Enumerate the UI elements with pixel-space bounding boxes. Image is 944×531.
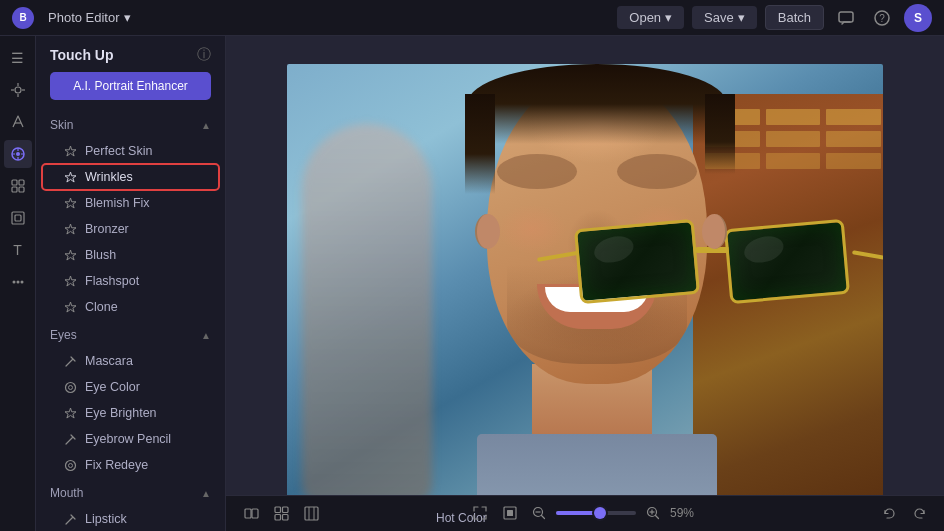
batch-button[interactable]: Batch bbox=[765, 5, 824, 30]
face-area bbox=[427, 64, 777, 504]
rail-adjust-button[interactable] bbox=[4, 76, 32, 104]
info-icon[interactable]: ⓘ bbox=[197, 46, 211, 64]
eyes-section-title: Eyes bbox=[50, 328, 77, 342]
rail-layers-button[interactable] bbox=[4, 172, 32, 200]
compare-view-button[interactable] bbox=[238, 501, 264, 527]
fill-button[interactable] bbox=[498, 501, 522, 525]
svg-point-20 bbox=[66, 382, 76, 392]
app-title-text: Photo Editor bbox=[48, 10, 120, 25]
lipstick-icon bbox=[64, 513, 77, 526]
save-chevron: ▾ bbox=[738, 10, 745, 25]
mascara-item[interactable]: Mascara bbox=[42, 348, 219, 374]
rail-effects-button[interactable] bbox=[4, 108, 32, 136]
mouth-chevron: ▲ bbox=[201, 488, 211, 499]
mascara-icon bbox=[64, 355, 77, 368]
app-title-chevron: ▾ bbox=[124, 10, 131, 25]
svg-rect-11 bbox=[12, 180, 17, 185]
flashspot-item[interactable]: Flashspot bbox=[42, 268, 219, 294]
blush-item[interactable]: Blush bbox=[42, 242, 219, 268]
avatar-button[interactable]: S bbox=[904, 4, 932, 32]
save-button[interactable]: Save ▾ bbox=[692, 6, 757, 29]
svg-point-21 bbox=[69, 385, 73, 389]
clone-item[interactable]: Clone bbox=[42, 294, 219, 320]
svg-rect-27 bbox=[282, 507, 288, 513]
svg-point-17 bbox=[16, 281, 19, 284]
svg-rect-29 bbox=[282, 515, 288, 521]
skin-section-title: Skin bbox=[50, 118, 73, 132]
layout-button[interactable] bbox=[298, 501, 324, 527]
svg-point-19 bbox=[20, 281, 23, 284]
grid-view-button[interactable] bbox=[268, 501, 294, 527]
eye-brighten-item[interactable]: Eye Brighten bbox=[42, 400, 219, 426]
mouth-section-header[interactable]: Mouth ▲ bbox=[36, 478, 225, 506]
skin-chevron: ▲ bbox=[201, 120, 211, 131]
bronzer-item[interactable]: Bronzer bbox=[42, 216, 219, 242]
svg-rect-24 bbox=[245, 509, 251, 518]
zoom-slider[interactable] bbox=[556, 511, 636, 515]
svg-point-23 bbox=[69, 463, 73, 467]
icon-rail: ☰ bbox=[0, 36, 36, 531]
photo-container bbox=[287, 64, 883, 504]
svg-rect-30 bbox=[305, 507, 318, 520]
zoom-in-button[interactable] bbox=[642, 502, 664, 524]
ai-portrait-button[interactable]: A.I. Portrait Enhancer bbox=[50, 72, 211, 100]
svg-point-22 bbox=[66, 460, 76, 470]
open-button[interactable]: Open ▾ bbox=[617, 6, 684, 29]
app-title-button[interactable]: Photo Editor ▾ bbox=[42, 8, 137, 27]
redo-button[interactable] bbox=[906, 501, 932, 527]
lipstick-item[interactable]: Lipstick bbox=[42, 506, 219, 531]
rail-menu-button[interactable]: ☰ bbox=[4, 44, 32, 72]
help-button[interactable]: ? bbox=[868, 4, 896, 32]
svg-line-41 bbox=[656, 516, 659, 519]
rail-frames-button[interactable] bbox=[4, 204, 32, 232]
perfect-skin-icon bbox=[64, 145, 77, 158]
panel-header: Touch Up ⓘ bbox=[36, 36, 225, 72]
rail-retouch-button[interactable] bbox=[4, 140, 32, 168]
wrinkles-item[interactable]: Wrinkles bbox=[42, 164, 219, 190]
top-bar: B Photo Editor ▾ Open ▾ Save ▾ Batch ? S bbox=[0, 0, 944, 36]
fix-redeye-icon bbox=[64, 459, 77, 472]
fix-redeye-item[interactable]: Fix Redeye bbox=[42, 452, 219, 478]
eyebrow-pencil-icon bbox=[64, 433, 77, 446]
perfect-skin-item[interactable]: Perfect Skin bbox=[42, 138, 219, 164]
eyes-chevron: ▲ bbox=[201, 330, 211, 341]
skin-section-header[interactable]: Skin ▲ bbox=[36, 110, 225, 138]
message-icon bbox=[838, 10, 854, 26]
rail-more-button[interactable] bbox=[4, 268, 32, 296]
svg-point-18 bbox=[12, 281, 15, 284]
blemish-fix-icon bbox=[64, 197, 77, 210]
rail-text-button[interactable]: T bbox=[4, 236, 32, 264]
undo-button[interactable] bbox=[876, 501, 902, 527]
center-controls: 59% bbox=[468, 495, 702, 531]
svg-rect-34 bbox=[507, 510, 513, 516]
bottom-bar: Hot Color bbox=[226, 495, 944, 531]
svg-point-10 bbox=[16, 152, 20, 156]
zoom-percent: 59% bbox=[670, 506, 702, 520]
svg-rect-13 bbox=[12, 187, 17, 192]
clone-icon bbox=[64, 301, 77, 314]
fit-button[interactable] bbox=[468, 501, 492, 525]
blemish-fix-item[interactable]: Blemish Fix bbox=[42, 190, 219, 216]
bronzer-icon bbox=[64, 223, 77, 236]
svg-rect-15 bbox=[12, 212, 24, 224]
open-chevron: ▾ bbox=[665, 10, 672, 25]
canvas-area: Hot Color bbox=[226, 36, 944, 531]
wrinkles-icon bbox=[64, 171, 77, 184]
eyebrow-pencil-item[interactable]: Eyebrow Pencil bbox=[42, 426, 219, 452]
svg-rect-26 bbox=[275, 507, 281, 513]
mouth-section-title: Mouth bbox=[50, 486, 83, 500]
svg-rect-0 bbox=[839, 12, 853, 22]
svg-point-3 bbox=[15, 87, 21, 93]
flashspot-icon bbox=[64, 275, 77, 288]
zoom-out-button[interactable] bbox=[528, 502, 550, 524]
help-icon: ? bbox=[874, 10, 890, 26]
svg-line-37 bbox=[542, 516, 545, 519]
eye-color-item[interactable]: Eye Color bbox=[42, 374, 219, 400]
message-button[interactable] bbox=[832, 4, 860, 32]
svg-rect-14 bbox=[19, 187, 24, 192]
svg-rect-28 bbox=[275, 515, 281, 521]
eye-color-icon bbox=[64, 381, 77, 394]
save-label: Save bbox=[704, 10, 734, 25]
bottom-left-tools bbox=[238, 501, 324, 527]
eyes-section-header[interactable]: Eyes ▲ bbox=[36, 320, 225, 348]
